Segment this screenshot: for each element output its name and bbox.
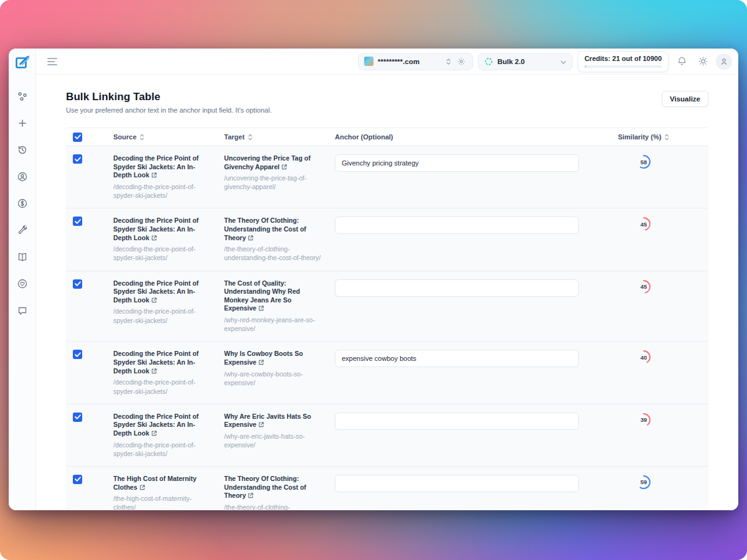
external-link-icon[interactable]	[151, 430, 157, 437]
gear-icon[interactable]	[456, 56, 467, 67]
external-link-icon[interactable]	[151, 368, 157, 375]
source-link[interactable]: Decoding the Price Point of Spyder Ski J…	[113, 279, 210, 305]
app-logo-edit-square-icon[interactable]	[14, 54, 31, 71]
visualize-button[interactable]: Visualize	[662, 91, 708, 107]
topbar: *********.com Bulk 2.0	[36, 49, 738, 75]
source-link[interactable]: The High Cost of Maternity Clothes	[113, 475, 210, 492]
external-link-icon[interactable]	[139, 484, 145, 492]
external-link-icon[interactable]	[248, 492, 253, 500]
similarity-value: 59	[636, 475, 651, 490]
source-url: /decoding-the-price-point-of-spyder-ski-…	[113, 441, 210, 458]
anchor-input[interactable]	[335, 154, 579, 172]
plus-icon[interactable]	[16, 116, 29, 130]
dollar-circle-icon[interactable]	[16, 197, 29, 210]
target-title: Why Are Eric Javits Hats So Expensive	[224, 413, 311, 429]
external-link-icon[interactable]	[151, 297, 157, 304]
source-url: /decoding-the-price-point-of-spyder-ski-…	[113, 378, 210, 395]
external-link-icon[interactable]	[258, 359, 264, 366]
user-circle-icon[interactable]	[16, 170, 29, 184]
external-link-icon[interactable]	[258, 305, 264, 312]
row-checkbox[interactable]	[73, 350, 82, 359]
target-link[interactable]: The Cost of Quality: Understanding Why R…	[224, 279, 321, 314]
table-row: Decoding the Price Point of Spyder Ski J…	[66, 404, 708, 467]
target-url: /the-theory-of-clothing-understanding-th…	[224, 503, 321, 510]
external-link-icon[interactable]	[281, 164, 287, 171]
target-link[interactable]: The Theory Of Clothing: Understanding th…	[224, 217, 321, 242]
target-link[interactable]: Why Are Eric Javits Hats So Expensive	[224, 413, 321, 429]
source-link[interactable]: Decoding the Price Point of Spyder Ski J…	[113, 413, 210, 438]
row-checkbox[interactable]	[73, 217, 82, 226]
external-link-icon[interactable]	[258, 421, 264, 429]
target-url: /why-are-cowboy-boots-so-expensive/	[224, 370, 321, 387]
similarity-value: 39	[636, 413, 651, 427]
sun-icon[interactable]	[695, 54, 711, 70]
similarity-value: 45	[636, 217, 651, 231]
header-source[interactable]: Source	[113, 133, 224, 141]
target-title: Uncovering the Price Tag of Givenchy App…	[224, 154, 311, 170]
source-url: /the-high-cost-of-maternity-clothes/	[113, 494, 210, 510]
similarity-ring: 45	[636, 217, 651, 231]
chat-bubble-icon[interactable]	[16, 304, 29, 317]
wrench-icon[interactable]	[16, 223, 29, 237]
target-url: /why-red-monkey-jeans-are-so-expensive/	[224, 315, 321, 333]
header-similarity[interactable]: Similarity (%)	[579, 133, 708, 141]
chevron-updown-icon[interactable]	[446, 58, 451, 65]
similarity-ring: 40	[636, 350, 651, 365]
similarity-value: 58	[636, 154, 651, 169]
row-checkbox[interactable]	[73, 279, 82, 289]
header-anchor: Anchor (Optional)	[335, 133, 579, 141]
anchor-input[interactable]	[335, 350, 579, 367]
target-url: /uncovering-the-price-tag-of-givenchy-ap…	[224, 174, 321, 191]
source-link[interactable]: Decoding the Price Point of Spyder Ski J…	[113, 217, 210, 242]
table-row: Decoding the Price Point of Spyder Ski J…	[66, 146, 708, 208]
target-link[interactable]: Uncovering the Price Tag of Givenchy App…	[224, 154, 321, 171]
anchor-input[interactable]	[335, 413, 579, 430]
anchor-input[interactable]	[335, 217, 579, 234]
target-link[interactable]: Why Is Cowboy Boots So Expensive	[224, 350, 321, 366]
source-link[interactable]: Decoding the Price Point of Spyder Ski J…	[113, 350, 210, 375]
main-content: Bulk Linking Table Use your preferred an…	[36, 75, 738, 510]
similarity-ring: 39	[636, 413, 651, 427]
sort-icon[interactable]	[248, 134, 253, 141]
header-target[interactable]: Target	[224, 133, 335, 141]
sort-icon[interactable]	[664, 134, 669, 141]
app-window: *********.com Bulk 2.0	[9, 49, 738, 510]
hamburger-icon[interactable]	[47, 58, 57, 65]
external-link-icon[interactable]	[151, 172, 157, 179]
external-link-icon[interactable]	[248, 235, 253, 242]
sidebar	[9, 49, 36, 510]
nodes-icon[interactable]	[16, 90, 29, 103]
page-subtitle: Use your preferred anchor text in the an…	[66, 106, 271, 114]
mode-selector[interactable]: Bulk 2.0	[478, 53, 573, 70]
sort-icon[interactable]	[139, 134, 144, 141]
domain-selector[interactable]: *********.com	[358, 53, 473, 70]
select-all-checkbox[interactable]	[73, 133, 82, 142]
external-link-icon[interactable]	[151, 235, 157, 242]
source-url: /decoding-the-price-point-of-spyder-ski-…	[113, 245, 210, 262]
book-icon[interactable]	[16, 250, 29, 264]
source-link[interactable]: Decoding the Price Point of Spyder Ski J…	[113, 154, 210, 180]
anchor-input[interactable]	[335, 475, 579, 492]
target-url: /why-are-eric-javits-hats-so-expensive/	[224, 432, 321, 449]
table-header: Source Target Anchor (Optional) Similari…	[66, 128, 708, 146]
similarity-ring: 58	[636, 154, 651, 169]
row-checkbox[interactable]	[73, 154, 82, 164]
source-url: /decoding-the-price-point-of-spyder-ski-…	[113, 182, 210, 200]
row-checkbox[interactable]	[73, 413, 82, 422]
row-checkbox[interactable]	[73, 475, 82, 484]
user-avatar-icon[interactable]	[716, 54, 732, 70]
chevron-down-icon	[560, 56, 566, 67]
mode-label: Bulk 2.0	[497, 58, 525, 65]
dashed-circle-icon	[484, 57, 493, 66]
page-title: Bulk Linking Table	[66, 91, 271, 103]
anchor-input[interactable]	[335, 279, 579, 297]
heart-circle-icon[interactable]	[16, 277, 29, 291]
similarity-ring: 59	[636, 475, 651, 490]
table-row: Decoding the Price Point of Spyder Ski J…	[66, 208, 708, 271]
source-title: The High Cost of Maternity Clothes	[113, 475, 197, 491]
site-favicon	[364, 57, 374, 66]
similarity-ring: 45	[636, 279, 651, 294]
history-icon[interactable]	[16, 143, 29, 157]
bell-icon[interactable]	[674, 54, 690, 70]
target-link[interactable]: The Theory Of Clothing: Understanding th…	[224, 475, 321, 500]
